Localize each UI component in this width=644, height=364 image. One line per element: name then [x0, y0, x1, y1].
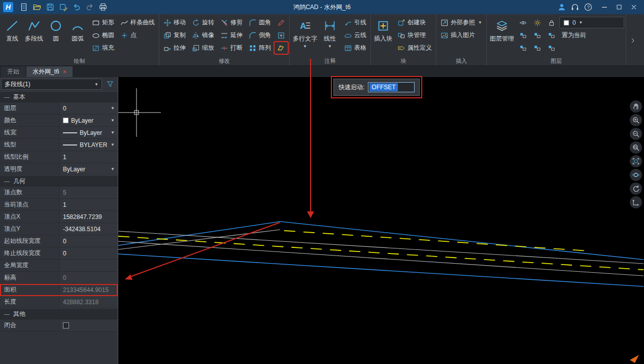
- ribbon-button-圆[interactable]: 圆: [45, 15, 66, 56]
- prop-value-顶点X[interactable]: 1582847.7239: [60, 211, 118, 223]
- ucs-axis-button[interactable]: [630, 196, 642, 208]
- prop-value-透明度[interactable]: ByLayer▼: [60, 163, 118, 175]
- ribbon-button-打断[interactable]: 打断: [218, 42, 245, 54]
- orbit-button[interactable]: [630, 169, 642, 181]
- maximize-button[interactable]: [612, 2, 626, 13]
- ribbon-button-直线[interactable]: 直线: [2, 15, 23, 56]
- save-as-button[interactable]: [57, 2, 70, 13]
- save-button[interactable]: [44, 2, 56, 13]
- ribbon-button-点[interactable]: 点: [118, 29, 157, 41]
- ribbon-button-镜像[interactable]: 镜像: [189, 29, 217, 41]
- ribbon-button-offset[interactable]: [275, 42, 288, 54]
- support-button[interactable]: [568, 2, 581, 13]
- ribbon-button-修剪[interactable]: 修剪: [218, 17, 245, 28]
- ribbon-button-阵列[interactable]: 阵列: [246, 42, 274, 54]
- tab-close-icon[interactable]: ×: [63, 69, 66, 75]
- tab-开始[interactable]: 开始: [1, 66, 25, 77]
- ribbon-button-移动[interactable]: 移动: [161, 17, 188, 28]
- zoom-window-button[interactable]: [630, 141, 642, 154]
- section-header-其他[interactable]: —其他: [0, 308, 118, 319]
- quick-select-button[interactable]: [104, 79, 117, 90]
- drawing-viewport[interactable]: [118, 77, 643, 364]
- center-line[interactable]: [118, 236, 643, 270]
- ribbon-button-layer-visibility[interactable]: [517, 17, 530, 28]
- ribbon-button-外部参照[interactable]: 外部参照▼: [438, 17, 485, 28]
- zoom-in-button[interactable]: [630, 114, 642, 126]
- ribbon-button-多行文字[interactable]: A多行文字▼: [291, 15, 319, 56]
- ribbon-button-拉伸[interactable]: 拉伸: [161, 42, 188, 54]
- prop-value-图层[interactable]: 0▼: [60, 102, 118, 114]
- help-button[interactable]: ?: [582, 2, 594, 13]
- tab-水外网_t6[interactable]: 水外网_t6×: [26, 66, 73, 77]
- prop-value-颜色[interactable]: ByLayer▼: [60, 115, 118, 126]
- object-type-dropdown[interactable]: 多段线(1) ▼: [1, 79, 102, 90]
- ribbon-button-块管理[interactable]: 块管理: [395, 29, 434, 41]
- prop-value-当前顶点[interactable]: 1: [60, 199, 118, 210]
- ribbon-button-layer-dropdown[interactable]: 0▼: [559, 17, 624, 28]
- ribbon-button-插入图片[interactable]: 插入图片: [438, 29, 485, 41]
- user-account-button[interactable]: [555, 2, 568, 13]
- ribbon-button-set-current-layer[interactable]: 置为当前: [559, 29, 589, 41]
- ribbon-button-layer-tool-c[interactable]: [545, 29, 558, 41]
- prop-value-线宽[interactable]: ByLayer▼: [60, 127, 118, 138]
- prop-value-顶点Y[interactable]: -342438.5104: [60, 223, 118, 235]
- pan-tool-button[interactable]: [630, 100, 642, 113]
- app-logo[interactable]: H: [3, 2, 13, 12]
- ribbon-button-match-properties[interactable]: [275, 17, 288, 28]
- prop-value-线型[interactable]: BYLAYER▼: [60, 139, 118, 151]
- ribbon-button-缩放[interactable]: 缩放: [189, 42, 217, 54]
- ribbon-button-线性[interactable]: 线性▼: [319, 15, 341, 56]
- ribbon-button-延伸[interactable]: 延伸: [218, 29, 245, 41]
- open-file-button[interactable]: [30, 2, 43, 13]
- ribbon-button-创建块[interactable]: 创建块: [395, 17, 434, 28]
- ribbon-button-layer-tool-a[interactable]: [517, 29, 530, 41]
- ribbon-overflow-chevron[interactable]: [626, 14, 639, 65]
- chevron-down-icon: ▼: [111, 167, 115, 171]
- closed-checkbox[interactable]: [63, 322, 69, 329]
- ribbon-button-图层管理[interactable]: 图层管理: [488, 15, 516, 56]
- section-header-几何[interactable]: —几何: [0, 175, 118, 187]
- ribbon-button-插入块[interactable]: 插入块: [372, 15, 394, 56]
- ribbon-button-引线[interactable]: 引线: [342, 17, 369, 28]
- prop-value-终止线段宽度[interactable]: 0: [60, 247, 118, 259]
- zoom-out-button[interactable]: [630, 128, 642, 140]
- prop-value-全局宽度[interactable]: [60, 260, 118, 271]
- ribbon-button-layer-freeze[interactable]: [531, 17, 544, 28]
- quick-launch-input[interactable]: OFFSET: [368, 82, 415, 92]
- regen-button[interactable]: [630, 183, 642, 195]
- drawing-canvas[interactable]: [118, 77, 644, 364]
- prop-value-闭合[interactable]: [60, 319, 118, 331]
- ribbon-button-倒角[interactable]: 倒角: [246, 29, 274, 41]
- close-button[interactable]: [627, 2, 641, 13]
- new-file-button[interactable]: [17, 2, 30, 13]
- ribbon-button-多段线[interactable]: 多段线: [23, 15, 45, 56]
- ribbon-panel-layer: 图层管理0▼置为当前图层: [487, 14, 626, 65]
- print-button[interactable]: [96, 2, 109, 13]
- road-edge-top[interactable]: [118, 222, 643, 260]
- section-header-基本[interactable]: —基本: [0, 91, 118, 102]
- center-line[interactable]: [284, 231, 589, 251]
- ribbon-button-layer-tool-b[interactable]: [531, 29, 544, 41]
- ribbon-button-云线[interactable]: 云线: [342, 29, 369, 41]
- ribbon-button-圆角[interactable]: 圆角: [246, 17, 274, 28]
- ribbon-button-椭圆[interactable]: 椭圆: [89, 29, 117, 41]
- ribbon-button-layer-tool-f[interactable]: [545, 42, 558, 54]
- zoom-extents-button[interactable]: [630, 155, 642, 167]
- ribbon-button-属性定义[interactable]: 属性定义: [395, 42, 434, 54]
- minimize-button[interactable]: [597, 2, 612, 13]
- ribbon-button-clip-tool[interactable]: [275, 29, 288, 41]
- ribbon-button-填充[interactable]: 填充: [89, 42, 117, 54]
- prop-value-起始线段宽度[interactable]: 0: [60, 235, 118, 247]
- ribbon-button-layer-tool-e[interactable]: [531, 42, 544, 54]
- ribbon-button-矩形[interactable]: 矩形: [89, 17, 117, 28]
- ribbon-button-复制[interactable]: 复制: [161, 29, 188, 41]
- ribbon-button-layer-tool-d[interactable]: [517, 42, 530, 54]
- ribbon-button-样条曲线[interactable]: 样条曲线: [118, 17, 157, 28]
- redo-button[interactable]: [83, 2, 96, 13]
- ribbon-button-表格[interactable]: 表格: [342, 42, 369, 54]
- ribbon-button-圆弧[interactable]: 圆弧: [67, 15, 88, 56]
- ribbon-button-旋转[interactable]: 旋转: [189, 17, 217, 28]
- undo-button[interactable]: [70, 2, 83, 13]
- ribbon-button-layer-lock[interactable]: [545, 17, 558, 28]
- prop-value-线型比例[interactable]: 1: [60, 151, 118, 163]
